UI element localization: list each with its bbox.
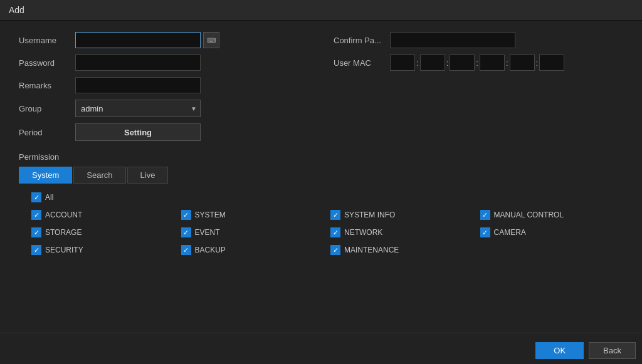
tab-system[interactable]: System <box>19 167 72 184</box>
checkbox-system-info[interactable]: ✓ <box>330 210 340 220</box>
checkbox-storage[interactable]: ✓ <box>31 227 41 237</box>
footer-divider <box>0 333 642 333</box>
checkbox-maintenance[interactable]: ✓ <box>330 245 340 255</box>
label-system-info: SYSTEM INFO <box>344 211 395 219</box>
checkbox-security[interactable]: ✓ <box>31 245 41 255</box>
check-icon: ✓ <box>482 211 488 219</box>
checkbox-network[interactable]: ✓ <box>330 227 340 237</box>
keyboard-icon: ⌨ <box>207 37 216 44</box>
perm-security: ✓ SECURITY <box>31 245 175 255</box>
label-backup: BACKUP <box>195 246 226 254</box>
mac-input-6[interactable] <box>539 55 564 71</box>
checkbox-manual-control[interactable]: ✓ <box>480 210 490 220</box>
period-row: Period Setting <box>19 123 308 141</box>
perm-system-info: ✓ SYSTEM INFO <box>330 210 474 220</box>
perm-camera: ✓ CAMERA <box>480 227 624 237</box>
label-security: SECURITY <box>45 246 83 254</box>
check-icon: ✓ <box>333 246 339 254</box>
mac-sep-5: : <box>536 58 539 68</box>
mac-sep-2: : <box>446 58 449 68</box>
period-setting-button[interactable]: Setting <box>75 123 201 141</box>
label-manual-control: MANUAL CONTROL <box>494 211 564 219</box>
mac-sep-1: : <box>416 58 419 68</box>
all-checkbox-row: ✓ All <box>19 192 623 202</box>
dialog-title: Add <box>9 5 24 15</box>
permission-label: Permission <box>19 152 623 162</box>
mac-sep-4: : <box>506 58 508 68</box>
permission-tabs: System Search Live <box>19 167 623 184</box>
label-maintenance: MAINTENANCE <box>344 246 399 254</box>
group-row: Group admin user guest ▼ <box>19 100 308 117</box>
label-account: ACCOUNT <box>45 211 82 219</box>
check-icon: ✓ <box>34 211 39 219</box>
check-icon: ✓ <box>333 211 339 219</box>
right-column: Confirm Pa... User MAC : : : : <box>334 32 623 147</box>
keyboard-button[interactable]: ⌨ <box>203 32 219 48</box>
label-system: SYSTEM <box>195 211 226 219</box>
footer: OK Back <box>0 337 642 364</box>
check-icon: ✓ <box>183 229 189 237</box>
checkbox-backup[interactable]: ✓ <box>181 245 191 255</box>
remarks-row: Remarks <box>19 77 308 93</box>
user-mac-row: User MAC : : : : : <box>334 55 623 71</box>
mac-input-4[interactable] <box>480 55 505 71</box>
mac-sep-3: : <box>476 58 478 68</box>
mac-inputs: : : : : : <box>390 55 564 71</box>
ok-button[interactable]: OK <box>535 342 584 359</box>
permission-section: Permission System Search Live ✓ All <box>19 152 623 255</box>
confirm-password-row: Confirm Pa... <box>334 32 623 48</box>
password-input[interactable] <box>75 55 201 71</box>
group-select[interactable]: admin user guest <box>75 100 201 117</box>
password-label: Password <box>19 58 75 68</box>
check-icon: ✓ <box>183 246 189 254</box>
all-checkbox[interactable]: ✓ <box>31 192 41 202</box>
mac-input-1[interactable] <box>390 55 415 71</box>
perm-event: ✓ EVENT <box>181 227 325 237</box>
user-mac-label: User MAC <box>334 58 390 68</box>
username-row: Username ⌨ <box>19 32 308 48</box>
mac-input-3[interactable] <box>450 55 475 71</box>
group-select-wrapper: admin user guest ▼ <box>75 100 201 117</box>
perm-network: ✓ NETWORK <box>330 227 474 237</box>
confirm-password-label: Confirm Pa... <box>334 36 390 45</box>
checkbox-event[interactable]: ✓ <box>181 227 191 237</box>
remarks-input[interactable] <box>75 77 201 93</box>
content-area: Username ⌨ Password Remarks Group <box>0 21 642 333</box>
perm-backup: ✓ BACKUP <box>181 245 325 255</box>
perm-system: ✓ SYSTEM <box>181 210 325 220</box>
check-icon: ✓ <box>482 229 488 237</box>
perm-maintenance: ✓ MAINTENANCE <box>330 245 474 255</box>
username-input[interactable] <box>75 32 201 48</box>
perm-storage: ✓ STORAGE <box>31 227 175 237</box>
confirm-password-input[interactable] <box>390 32 515 48</box>
left-column: Username ⌨ Password Remarks Group <box>19 32 308 147</box>
group-label: Group <box>19 104 75 113</box>
checkbox-system[interactable]: ✓ <box>181 210 191 220</box>
label-network: NETWORK <box>344 228 382 237</box>
label-camera: CAMERA <box>494 228 526 237</box>
username-label: Username <box>19 36 75 45</box>
perm-account: ✓ ACCOUNT <box>31 210 175 220</box>
mac-input-2[interactable] <box>420 55 445 71</box>
add-dialog: Add Username ⌨ Password Remarks <box>0 0 642 364</box>
mac-input-5[interactable] <box>510 55 535 71</box>
tab-live[interactable]: Live <box>127 167 169 184</box>
checkbox-account[interactable]: ✓ <box>31 210 41 220</box>
check-icon: ✓ <box>34 194 39 202</box>
back-button[interactable]: Back <box>589 342 636 359</box>
check-icon: ✓ <box>34 229 39 237</box>
label-storage: STORAGE <box>45 228 82 237</box>
perm-manual-control: ✓ MANUAL CONTROL <box>480 210 624 220</box>
label-event: EVENT <box>195 228 220 237</box>
form-grid: Username ⌨ Password Remarks Group <box>19 32 623 147</box>
check-icon: ✓ <box>183 211 189 219</box>
tab-search[interactable]: Search <box>73 167 125 184</box>
period-label: Period <box>19 128 75 137</box>
permissions-grid: ✓ ACCOUNT ✓ SYSTEM ✓ SYSTEM INFO ✓ MANUA… <box>19 210 623 255</box>
check-icon: ✓ <box>34 246 39 254</box>
all-label: All <box>45 193 53 202</box>
check-icon: ✓ <box>333 229 339 237</box>
title-bar: Add <box>0 0 642 21</box>
checkbox-camera[interactable]: ✓ <box>480 227 490 237</box>
password-row: Password <box>19 55 308 71</box>
